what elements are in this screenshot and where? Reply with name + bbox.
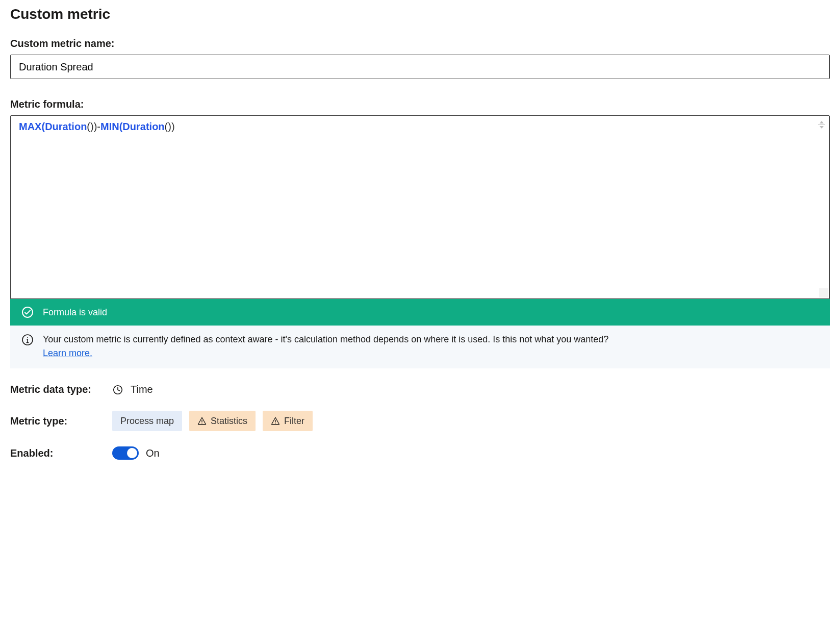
enabled-toggle[interactable] (112, 446, 139, 460)
formula-token-duration: Duration (45, 121, 87, 132)
formula-token-duration: Duration (122, 121, 164, 132)
warning-icon (271, 416, 280, 426)
svg-point-4 (201, 423, 202, 423)
badge-statistics[interactable]: Statistics (189, 411, 256, 431)
formula-token-min: MIN (100, 121, 119, 132)
formula-content[interactable]: MAX(Duration())-MIN(Duration()) (19, 121, 821, 133)
clock-icon (112, 384, 123, 395)
enabled-state: On (146, 447, 160, 459)
scroll-corner (819, 288, 828, 297)
svg-point-5 (275, 423, 275, 423)
validation-bar: Formula is valid (10, 299, 830, 326)
data-type-label: Metric data type: (10, 384, 112, 395)
metric-name-input[interactable] (10, 55, 830, 79)
info-bar: Your custom metric is currently defined … (10, 326, 830, 368)
page-title: Custom metric (10, 6, 830, 22)
metric-type-label: Metric type: (10, 415, 112, 427)
badge-process-map[interactable]: Process map (112, 411, 182, 431)
badge-filter[interactable]: Filter (263, 411, 313, 431)
formula-token-max: MAX (19, 121, 41, 132)
svg-point-2 (27, 337, 28, 338)
resize-handle-icon[interactable] (817, 120, 826, 129)
svg-point-0 (22, 307, 33, 317)
enabled-label: Enabled: (10, 447, 112, 459)
formula-editor[interactable]: MAX(Duration())-MIN(Duration()) (10, 115, 830, 299)
formula-label: Metric formula: (10, 98, 830, 110)
info-icon (21, 334, 34, 346)
toggle-knob (127, 448, 137, 458)
learn-more-link[interactable]: Learn more. (43, 348, 92, 358)
check-circle-icon (21, 306, 34, 318)
validation-message: Formula is valid (43, 307, 107, 318)
metric-name-label: Custom metric name: (10, 38, 830, 49)
info-text: Your custom metric is currently defined … (43, 333, 608, 360)
data-type-value: Time (131, 384, 153, 395)
warning-icon (197, 416, 207, 426)
